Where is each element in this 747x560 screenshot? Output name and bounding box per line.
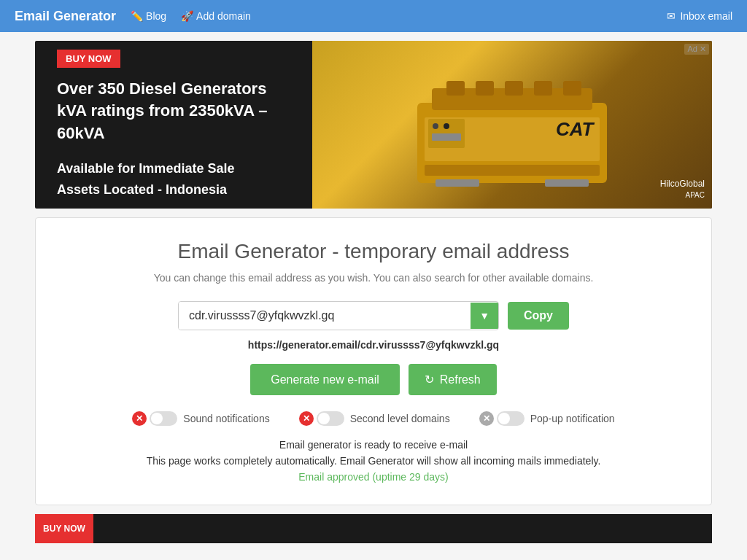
email-row: ▼ Copy [65, 301, 682, 330]
svg-rect-4 [505, 81, 523, 96]
second-level-toggle-switch[interactable]: ✕ [299, 411, 344, 426]
sound-toggle-knob [151, 413, 163, 424]
second-level-toggle-track[interactable] [317, 411, 344, 426]
svg-rect-8 [425, 165, 600, 176]
svg-rect-5 [534, 81, 552, 96]
toggle-row: ✕ Sound notifications ✕ Second level dom… [65, 411, 682, 426]
refresh-button[interactable]: ↻ Refresh [409, 364, 497, 395]
copy-button[interactable]: Copy [508, 302, 569, 330]
url-bold: cdr.virussss7@yfqkwvzkl.gq [360, 339, 499, 351]
status-ready: Email generator is ready to receive e-ma… [65, 439, 682, 451]
inbox-icon: ✉ [667, 10, 676, 22]
url-prefix: https://generator.email/ [248, 339, 360, 351]
refresh-icon: ↻ [425, 373, 434, 386]
inbox-link[interactable]: ✉ Inbox email [667, 10, 732, 22]
action-row: Generate new e-mail ↻ Refresh [65, 364, 682, 395]
card-subtitle: You can change this email address as you… [65, 272, 682, 284]
second-level-toggle-x: ✕ [299, 411, 314, 426]
bottom-ad-buy-now[interactable]: BUY NOW [35, 514, 93, 543]
svg-rect-6 [563, 81, 581, 96]
toggle-popup: ✕ Pop-up notification [479, 411, 615, 426]
toggle-sound: ✕ Sound notifications [132, 411, 269, 426]
blog-link[interactable]: ✏️ Blog [131, 10, 166, 22]
status-area: Email generator is ready to receive e-ma… [65, 439, 682, 483]
second-level-toggle-label: Second level domains [350, 413, 450, 424]
svg-point-14 [444, 123, 449, 129]
ad-close-label[interactable]: Ad ✕ [684, 44, 709, 55]
svg-rect-15 [432, 133, 461, 141]
bottom-ad: BUY NOW [35, 514, 712, 543]
add-domain-link[interactable]: 🚀 Add domain [181, 10, 251, 22]
ad-subtext: Available for Immediate SaleAssets Locat… [57, 158, 290, 201]
ad-text: BUY NOW Over 350 Diesel GeneratorskVA ra… [35, 41, 312, 209]
popup-toggle-label: Pop-up notification [530, 413, 615, 424]
second-level-toggle-knob [318, 413, 330, 424]
header: Email Generator ✏️ Blog 🚀 Add domain ✉ I… [0, 0, 747, 32]
url-line: https://generator.email/cdr.virussss7@yf… [65, 339, 682, 351]
email-input-wrapper: ▼ [178, 301, 499, 330]
ad-banner: BUY NOW Over 350 Diesel GeneratorskVA ra… [35, 41, 712, 209]
blog-icon: ✏️ [131, 10, 143, 22]
ad-brand: HilcoGlobalAPAC [660, 179, 705, 201]
sound-toggle-track[interactable] [150, 411, 177, 426]
main-card: Email Generator - temporary email addres… [35, 217, 712, 505]
email-dropdown-button[interactable]: ▼ [471, 303, 498, 329]
card-title: Email Generator - temporary email addres… [65, 240, 682, 263]
refresh-label: Refresh [440, 373, 481, 386]
chevron-down-icon: ▼ [479, 310, 489, 322]
email-input[interactable] [179, 302, 471, 330]
svg-rect-10 [545, 179, 589, 187]
header-title: Email Generator [15, 9, 116, 24]
popup-toggle-switch[interactable]: ✕ [479, 411, 525, 426]
sound-toggle-label: Sound notifications [183, 413, 269, 424]
popup-toggle-track[interactable] [497, 411, 525, 426]
generate-button[interactable]: Generate new e-mail [250, 364, 400, 395]
ad-buy-now[interactable]: BUY NOW [57, 50, 120, 68]
sound-toggle-x: ✕ [132, 411, 147, 426]
svg-rect-2 [446, 81, 465, 96]
svg-text:CAT: CAT [556, 118, 595, 140]
popup-toggle-x: ✕ [479, 411, 494, 426]
svg-rect-3 [476, 81, 494, 96]
rocket-icon: 🚀 [181, 10, 193, 22]
status-approved: Email approved (uptime 29 days) [65, 471, 682, 483]
sound-toggle-switch[interactable]: ✕ [132, 411, 177, 426]
status-auto: This page works completely automatically… [65, 455, 682, 467]
ad-headline: Over 350 Diesel GeneratorskVA ratings fr… [57, 78, 290, 145]
svg-rect-9 [436, 179, 479, 187]
popup-toggle-knob [498, 413, 510, 424]
header-left: Email Generator ✏️ Blog 🚀 Add domain [15, 9, 667, 24]
toggle-second-level: ✕ Second level domains [299, 411, 450, 426]
svg-point-13 [433, 123, 438, 129]
ad-image: CAT HilcoGlobalAPAC [312, 41, 712, 209]
generator-svg: CAT [395, 59, 629, 190]
